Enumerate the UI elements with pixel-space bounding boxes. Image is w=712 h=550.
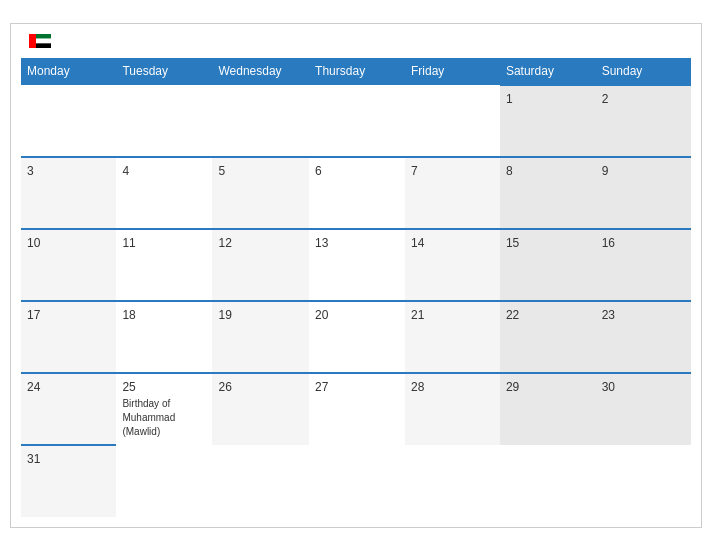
day-cell: 12 (212, 229, 309, 301)
svg-rect-4 (29, 34, 36, 48)
weekday-monday: Monday (21, 58, 116, 85)
day-cell: 18 (116, 301, 212, 373)
day-cell: 26 (212, 373, 309, 445)
weekday-sunday: Sunday (596, 58, 691, 85)
day-number: 9 (602, 164, 685, 178)
logo-flag-icon (29, 34, 51, 48)
day-number: 11 (122, 236, 206, 250)
day-number: 25 (122, 380, 206, 394)
day-number: 8 (506, 164, 590, 178)
day-number: 1 (506, 92, 590, 106)
day-cell: 28 (405, 373, 500, 445)
day-cell: 2 (596, 85, 691, 157)
weekday-saturday: Saturday (500, 58, 596, 85)
day-cell: 7 (405, 157, 500, 229)
day-cell (309, 445, 405, 517)
day-number: 15 (506, 236, 590, 250)
calendar-wrapper: MondayTuesdayWednesdayThursdayFridaySatu… (10, 23, 702, 528)
day-number: 16 (602, 236, 685, 250)
day-number: 7 (411, 164, 494, 178)
day-cell: 13 (309, 229, 405, 301)
day-number: 14 (411, 236, 494, 250)
logo (25, 34, 51, 48)
day-cell: 25Birthday of Muhammad (Mawlid) (116, 373, 212, 445)
weekday-wednesday: Wednesday (212, 58, 309, 85)
day-cell: 14 (405, 229, 500, 301)
day-cell: 3 (21, 157, 116, 229)
day-cell (500, 445, 596, 517)
day-cell: 16 (596, 229, 691, 301)
day-number: 10 (27, 236, 110, 250)
week-row-0: 12 (21, 85, 691, 157)
day-cell: 17 (21, 301, 116, 373)
day-cell (116, 85, 212, 157)
day-number: 23 (602, 308, 685, 322)
day-number: 12 (218, 236, 303, 250)
day-number: 17 (27, 308, 110, 322)
day-cell (116, 445, 212, 517)
day-cell (596, 445, 691, 517)
day-number: 29 (506, 380, 590, 394)
day-number: 19 (218, 308, 303, 322)
week-row-5: 31 (21, 445, 691, 517)
day-cell: 1 (500, 85, 596, 157)
day-cell: 5 (212, 157, 309, 229)
day-number: 28 (411, 380, 494, 394)
day-number: 18 (122, 308, 206, 322)
week-row-2: 10111213141516 (21, 229, 691, 301)
day-cell: 10 (21, 229, 116, 301)
week-row-3: 17181920212223 (21, 301, 691, 373)
calendar-header (21, 34, 691, 48)
day-cell: 6 (309, 157, 405, 229)
day-cell: 24 (21, 373, 116, 445)
day-cell: 20 (309, 301, 405, 373)
day-number: 27 (315, 380, 399, 394)
day-number: 21 (411, 308, 494, 322)
day-cell: 8 (500, 157, 596, 229)
day-cell (212, 85, 309, 157)
day-number: 6 (315, 164, 399, 178)
day-cell: 19 (212, 301, 309, 373)
weekday-thursday: Thursday (309, 58, 405, 85)
day-cell: 31 (21, 445, 116, 517)
week-row-4: 2425Birthday of Muhammad (Mawlid)2627282… (21, 373, 691, 445)
day-cell (21, 85, 116, 157)
day-cell: 29 (500, 373, 596, 445)
weekday-header-row: MondayTuesdayWednesdayThursdayFridaySatu… (21, 58, 691, 85)
weekday-friday: Friday (405, 58, 500, 85)
day-cell: 27 (309, 373, 405, 445)
week-row-1: 3456789 (21, 157, 691, 229)
calendar-table: MondayTuesdayWednesdayThursdayFridaySatu… (21, 58, 691, 517)
day-cell (405, 445, 500, 517)
day-cell: 9 (596, 157, 691, 229)
weekday-tuesday: Tuesday (116, 58, 212, 85)
day-cell (212, 445, 309, 517)
day-number: 4 (122, 164, 206, 178)
day-cell (309, 85, 405, 157)
day-cell: 21 (405, 301, 500, 373)
day-number: 22 (506, 308, 590, 322)
day-cell: 22 (500, 301, 596, 373)
day-cell: 4 (116, 157, 212, 229)
day-cell: 15 (500, 229, 596, 301)
day-number: 20 (315, 308, 399, 322)
day-number: 5 (218, 164, 303, 178)
day-number: 31 (27, 452, 110, 466)
day-cell: 11 (116, 229, 212, 301)
day-number: 2 (602, 92, 685, 106)
day-number: 30 (602, 380, 685, 394)
day-number: 3 (27, 164, 110, 178)
day-cell (405, 85, 500, 157)
holiday-label: Birthday of Muhammad (Mawlid) (122, 398, 175, 437)
day-cell: 30 (596, 373, 691, 445)
day-number: 26 (218, 380, 303, 394)
day-number: 24 (27, 380, 110, 394)
day-cell: 23 (596, 301, 691, 373)
day-number: 13 (315, 236, 399, 250)
